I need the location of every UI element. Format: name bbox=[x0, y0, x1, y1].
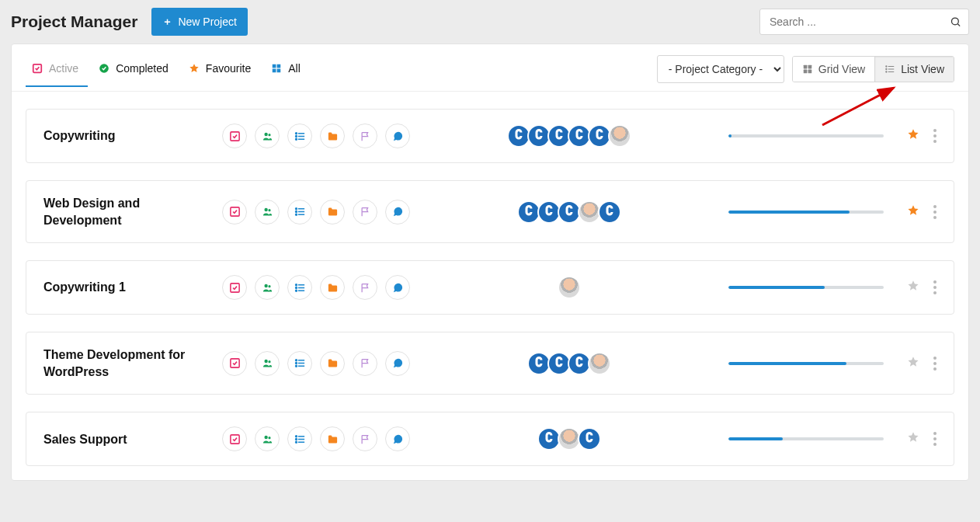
tab-completed[interactable]: Completed bbox=[92, 51, 178, 87]
svg-point-69 bbox=[268, 437, 270, 439]
svg-rect-10 bbox=[808, 65, 811, 69]
page-title: Project Manager bbox=[11, 12, 137, 31]
avatar-gravatar[interactable] bbox=[578, 427, 601, 451]
project-name[interactable]: Copywriting 1 bbox=[43, 279, 222, 296]
svg-point-40 bbox=[295, 211, 297, 213]
project-name[interactable]: Copywriting bbox=[43, 127, 222, 144]
tab-favourite[interactable]: Favourite bbox=[182, 51, 260, 87]
avatar-photo[interactable] bbox=[608, 124, 631, 148]
avatar-gravatar[interactable] bbox=[598, 200, 621, 224]
svg-point-18 bbox=[886, 71, 887, 72]
svg-rect-12 bbox=[808, 70, 811, 74]
check-square-icon[interactable] bbox=[222, 124, 247, 148]
progress-bar bbox=[728, 134, 884, 137]
svg-point-52 bbox=[295, 284, 297, 286]
more-menu[interactable] bbox=[933, 432, 937, 446]
folder-icon[interactable] bbox=[320, 351, 345, 376]
project-row: Copywriting bbox=[26, 109, 954, 163]
flag-icon[interactable] bbox=[353, 426, 377, 451]
tab-all[interactable]: All bbox=[265, 51, 310, 87]
message-icon[interactable] bbox=[385, 275, 410, 300]
message-icon[interactable] bbox=[385, 426, 410, 451]
svg-point-35 bbox=[268, 209, 270, 211]
check-circle-icon bbox=[99, 63, 109, 74]
more-menu[interactable] bbox=[933, 357, 937, 371]
svg-rect-6 bbox=[277, 64, 281, 68]
tab-label: Completed bbox=[116, 62, 169, 75]
list-icon[interactable] bbox=[287, 200, 312, 224]
tab-label: Active bbox=[49, 62, 78, 75]
check-square-icon[interactable] bbox=[222, 275, 247, 300]
plus-icon: ＋ bbox=[162, 15, 172, 29]
check-square-icon[interactable] bbox=[222, 426, 247, 451]
flag-icon[interactable] bbox=[353, 200, 377, 224]
users-icon[interactable] bbox=[255, 200, 280, 224]
search-input[interactable] bbox=[759, 9, 969, 35]
list-icon[interactable] bbox=[287, 124, 312, 148]
svg-point-20 bbox=[264, 132, 267, 135]
favourite-star[interactable] bbox=[907, 356, 919, 371]
users-icon[interactable] bbox=[255, 124, 280, 148]
folder-icon[interactable] bbox=[320, 275, 345, 300]
svg-rect-9 bbox=[804, 65, 808, 69]
favourite-star[interactable] bbox=[907, 128, 919, 144]
message-icon[interactable] bbox=[385, 200, 410, 224]
project-row: Copywriting 1 bbox=[26, 260, 954, 315]
progress-bar bbox=[728, 362, 884, 365]
flag-icon[interactable] bbox=[353, 275, 377, 300]
grid-view-button[interactable]: Grid View bbox=[793, 57, 874, 82]
folder-icon[interactable] bbox=[320, 124, 345, 148]
progress-bar bbox=[728, 437, 884, 440]
progress-bar bbox=[728, 286, 884, 289]
svg-point-17 bbox=[886, 68, 887, 69]
avatar-photo[interactable] bbox=[558, 276, 581, 299]
new-project-label: New Project bbox=[178, 16, 236, 28]
grid-view-label: Grid View bbox=[818, 63, 865, 75]
svg-rect-7 bbox=[273, 69, 276, 73]
svg-point-27 bbox=[295, 138, 297, 140]
users-icon[interactable] bbox=[255, 275, 280, 300]
check-square-icon[interactable] bbox=[222, 351, 247, 376]
flag-icon[interactable] bbox=[353, 351, 377, 376]
tab-label: Favourite bbox=[206, 62, 251, 75]
favourite-star[interactable] bbox=[907, 280, 919, 295]
more-menu[interactable] bbox=[933, 129, 937, 143]
project-name[interactable]: Sales Support bbox=[43, 431, 222, 448]
avatar-photo[interactable] bbox=[588, 352, 611, 375]
more-menu[interactable] bbox=[933, 205, 937, 219]
folder-icon[interactable] bbox=[320, 426, 345, 451]
favourite-star[interactable] bbox=[907, 204, 919, 220]
project-row: Sales Support bbox=[26, 412, 954, 466]
svg-point-56 bbox=[264, 360, 267, 363]
flag-icon[interactable] bbox=[353, 124, 377, 148]
project-name[interactable]: Theme Development for WordPress bbox=[43, 346, 222, 380]
list-icon[interactable] bbox=[287, 275, 312, 300]
list-icon[interactable] bbox=[287, 351, 312, 376]
more-menu[interactable] bbox=[933, 280, 937, 294]
list-view-label: List View bbox=[901, 63, 944, 75]
new-project-button[interactable]: ＋ New Project bbox=[151, 8, 247, 36]
svg-point-61 bbox=[295, 360, 297, 361]
check-square-icon bbox=[32, 63, 43, 74]
list-icon[interactable] bbox=[287, 426, 312, 451]
users-icon[interactable] bbox=[255, 426, 280, 451]
svg-point-34 bbox=[264, 208, 267, 211]
list-view-button[interactable]: List View bbox=[874, 57, 954, 82]
svg-point-74 bbox=[295, 438, 297, 440]
svg-point-63 bbox=[295, 366, 297, 367]
message-icon[interactable] bbox=[385, 351, 410, 376]
message-icon[interactable] bbox=[385, 124, 410, 148]
folder-icon[interactable] bbox=[320, 200, 345, 224]
project-category-select[interactable]: - Project Category - bbox=[657, 55, 784, 83]
tab-active[interactable]: Active bbox=[26, 51, 88, 87]
project-name[interactable]: Web Design and Development bbox=[43, 195, 222, 228]
favourite-star[interactable] bbox=[907, 431, 919, 447]
check-square-icon[interactable] bbox=[222, 200, 247, 224]
svg-point-75 bbox=[295, 441, 297, 443]
svg-line-1 bbox=[957, 24, 960, 26]
svg-rect-8 bbox=[277, 69, 281, 73]
users-icon[interactable] bbox=[255, 351, 280, 376]
svg-point-68 bbox=[264, 436, 267, 439]
search-icon bbox=[950, 16, 961, 28]
project-row: Theme Development for WordPress bbox=[26, 332, 954, 395]
